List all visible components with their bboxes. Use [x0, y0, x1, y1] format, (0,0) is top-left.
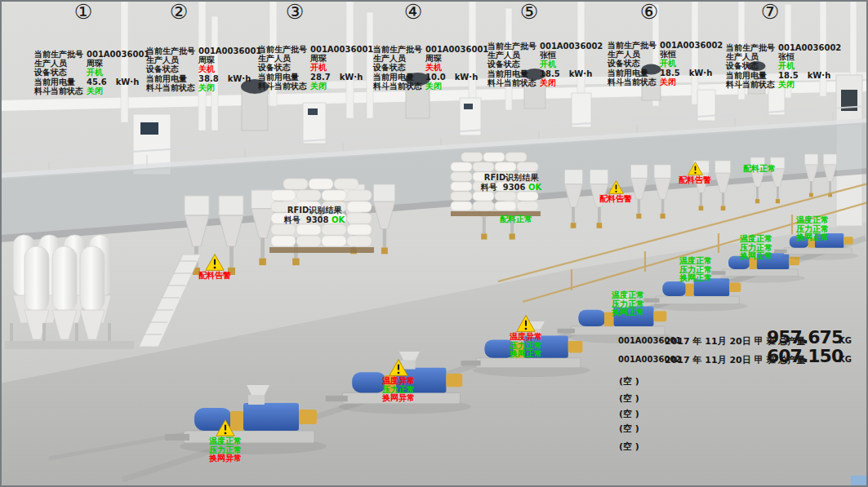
empty-slot: (空 ): [619, 392, 639, 405]
empty-slot: (空 ): [619, 408, 639, 420]
total-amount: 957.675: [767, 327, 843, 348]
empty-slot: (空 ): [619, 423, 639, 435]
production-summary: 001A0036001 2017 年 11月 20日 甲 班 总产量 957.6…: [617, 330, 861, 367]
production-total-row: 001A0036002 2017 年 11月 20日 甲 班 总产量 607.1…: [617, 348, 861, 367]
total-amount: 607.150: [767, 346, 843, 366]
total-unit: KG: [839, 336, 852, 345]
hmi-screen: ① ② ③ ④ ⑤ ⑥ ⑦ 当前生产批号 001A0036001 生产人员 周琛: [0, 0, 868, 487]
total-unit: KG: [839, 355, 852, 364]
empty-slot: (空 ): [619, 441, 639, 453]
empty-slot: (空 ): [619, 375, 639, 387]
factory-3d-scene: [0, 0, 868, 487]
corner-accent: [851, 476, 868, 487]
